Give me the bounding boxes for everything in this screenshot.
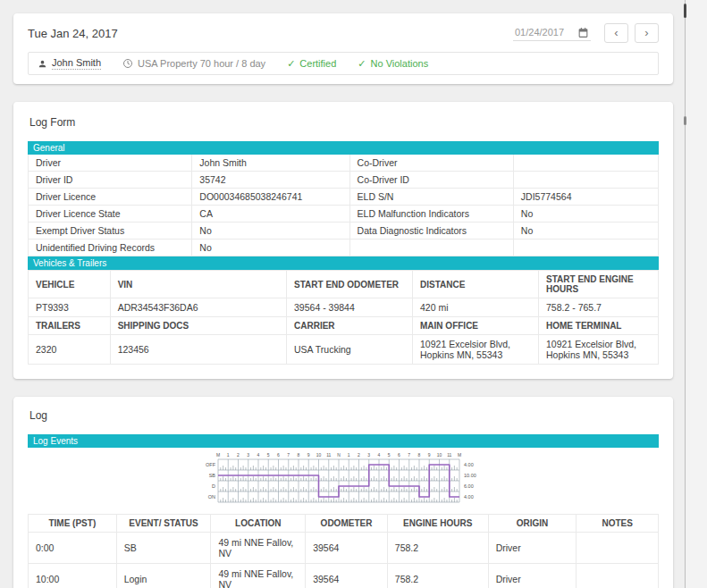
date-controls: ‹ › xyxy=(513,23,659,43)
cell: 420 mi xyxy=(413,298,539,317)
cycle-label: USA Property 70 hour / 8 day xyxy=(138,58,265,69)
field-label: Co-Driver xyxy=(349,155,513,172)
svg-text:M: M xyxy=(216,452,220,458)
table-row[interactable]: 0:00 SB 49 mi NNE Fallov, NV 39564 758.2… xyxy=(29,533,659,564)
table-row: Driver Licence State CA ELD Malfunction … xyxy=(29,206,659,223)
certified-status: ✓ Certified xyxy=(287,58,336,70)
column-header: CARRIER xyxy=(287,317,413,335)
field-value: 35742 xyxy=(192,172,349,189)
certified-label: Certified xyxy=(299,58,336,69)
svg-text:2: 2 xyxy=(237,452,240,458)
cell: 123456 xyxy=(110,335,286,365)
svg-text:1: 1 xyxy=(227,452,230,458)
table-row: Driver John Smith Co-Driver xyxy=(29,155,659,172)
column-header: ORIGIN xyxy=(488,515,577,533)
svg-text:4: 4 xyxy=(378,452,381,458)
field-label: Driver Licence xyxy=(29,189,192,206)
field-label xyxy=(349,239,513,256)
violations-status: ✓ No Violations xyxy=(358,58,428,70)
field-value xyxy=(513,239,658,256)
calendar-icon[interactable] xyxy=(577,27,589,38)
chevron-right-icon: › xyxy=(644,26,648,39)
column-header: DISTANCE xyxy=(413,271,539,298)
header-card: Tue Jan 24, 2017 ‹ › John Smith xyxy=(13,13,673,84)
cell: USA Trucking xyxy=(287,335,413,365)
column-header: ODOMETER xyxy=(306,515,388,533)
field-value: JDI5774564 xyxy=(513,189,658,206)
driver-summary-bar: John Smith USA Property 70 hour / 8 day … xyxy=(28,52,659,75)
violations-label: No Violations xyxy=(371,58,429,69)
svg-text:OFF: OFF xyxy=(206,462,216,467)
svg-text:M: M xyxy=(458,452,461,458)
svg-text:3: 3 xyxy=(247,452,249,458)
scrollbar-thumb[interactable] xyxy=(684,4,686,18)
svg-text:9: 9 xyxy=(307,452,310,458)
field-value: No xyxy=(192,239,349,256)
table-row: Exempt Driver Status No Data Diagnostic … xyxy=(29,223,659,239)
column-header: START END ENGINE HOURS xyxy=(539,271,659,298)
column-header: EVENT/ STATUS xyxy=(116,515,211,533)
field-label: ELD Malfunction Indicators xyxy=(349,206,513,223)
next-day-button[interactable]: › xyxy=(635,23,659,43)
check-icon: ✓ xyxy=(287,58,295,70)
field-label: Exempt Driver Status xyxy=(29,223,192,239)
prev-day-button[interactable]: ‹ xyxy=(604,23,628,43)
cell-odometer: 39564 xyxy=(306,533,388,564)
table-row[interactable]: 10:00 Login 49 mi NNE Fallov, NV 39564 7… xyxy=(29,564,659,588)
svg-text:SB: SB xyxy=(209,473,216,478)
svg-text:8: 8 xyxy=(298,452,300,458)
date-picker-field xyxy=(513,26,591,41)
svg-text:6.00: 6.00 xyxy=(464,483,474,489)
svg-text:6: 6 xyxy=(277,452,280,458)
vehicles-table: VEHICLE VIN START END ODOMETER DISTANCE … xyxy=(28,270,659,365)
cell-odometer: 39564 xyxy=(306,564,388,588)
general-table: Driver John Smith Co-Driver Driver ID 35… xyxy=(28,155,659,256)
cell: 10921 Excelsior Blvd, Hopkins MN, 55343 xyxy=(539,335,659,365)
svg-text:N: N xyxy=(337,452,341,458)
cell: 39564 - 39844 xyxy=(287,298,413,317)
column-header: TIME (PST) xyxy=(29,515,117,533)
svg-text:5: 5 xyxy=(267,452,270,458)
svg-text:7: 7 xyxy=(408,452,410,458)
log-card: Log Log Events M1234567891011N1234567891… xyxy=(13,397,673,588)
scrollbar-mark xyxy=(684,116,686,125)
cell-notes xyxy=(577,564,659,588)
column-header: MAIN OFFICE xyxy=(413,317,539,335)
svg-text:11: 11 xyxy=(447,452,451,458)
field-value: No xyxy=(513,223,658,239)
table-row: Driver ID 35742 Co-Driver ID xyxy=(29,172,659,189)
svg-text:7: 7 xyxy=(287,452,290,458)
column-header: VEHICLE xyxy=(29,271,111,298)
field-label: Driver xyxy=(29,155,192,172)
driver-chip[interactable]: John Smith xyxy=(38,57,101,70)
svg-text:10: 10 xyxy=(316,452,322,458)
cell-engine-hours: 758.2 xyxy=(387,564,488,588)
log-events-section-header: Log Events xyxy=(28,434,659,448)
field-value xyxy=(513,155,658,172)
field-label: Co-Driver ID xyxy=(349,172,513,189)
general-section-header: General xyxy=(28,141,659,155)
cycle-chip: USA Property 70 hour / 8 day xyxy=(122,58,265,69)
column-header: START END ODOMETER xyxy=(287,271,413,298)
table-header-row: TRAILERS SHIPPING DOCS CARRIER MAIN OFFI… xyxy=(29,317,659,335)
table-row: 2320 123456 USA Trucking 10921 Excelsior… xyxy=(29,335,659,365)
svg-text:ON: ON xyxy=(208,494,215,500)
date-input[interactable] xyxy=(515,27,574,38)
cell: 10921 Excelsior Blvd, Hopkins MN, 55343 xyxy=(413,335,539,365)
driver-name: John Smith xyxy=(52,57,101,70)
header-top: Tue Jan 24, 2017 ‹ › xyxy=(28,22,659,44)
cell-engine-hours: 758.2 xyxy=(387,533,488,564)
column-header: TRAILERS xyxy=(29,317,111,335)
cell-event: Login xyxy=(116,564,211,588)
cell-origin: Driver xyxy=(488,564,577,588)
log-page: Tue Jan 24, 2017 ‹ › John Smith xyxy=(13,0,673,588)
scrollbar-track[interactable] xyxy=(685,0,686,588)
check-icon: ✓ xyxy=(358,58,366,70)
field-label: Unidentified Driving Records xyxy=(29,239,192,256)
svg-text:4.00: 4.00 xyxy=(464,494,474,500)
scrollbar-gutter xyxy=(686,0,707,588)
field-value: No xyxy=(192,223,349,239)
field-value: John Smith xyxy=(192,155,349,172)
clock-icon xyxy=(122,58,133,69)
field-label: ELD S/N xyxy=(349,189,513,206)
